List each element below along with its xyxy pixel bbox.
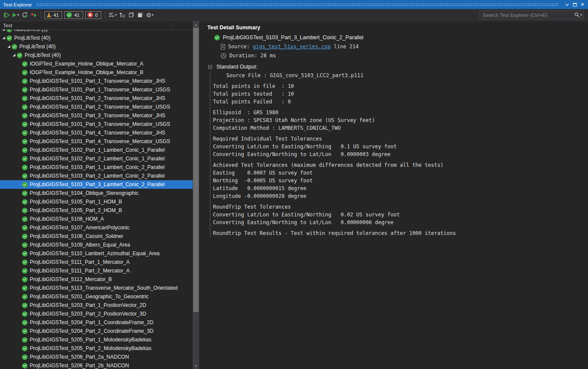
- window-position-button[interactable]: [563, 1, 571, 8]
- passed-icon: [22, 354, 28, 360]
- passed-icon: [22, 87, 28, 93]
- tree-row[interactable]: ProjLibGIGSTest_5203_Part_2_PositionVect…: [0, 310, 193, 318]
- tree-row[interactable]: ProjLibGIGSTest_5111_Part_1_Mercator_A: [0, 258, 193, 266]
- output-line: Roundtrip Test Results - Test within req…: [210, 229, 584, 237]
- collapse-all-button[interactable]: [127, 10, 136, 20]
- passed-icon: [22, 182, 28, 188]
- tree-row[interactable]: ProjLibGIGSTest_5206_Part_2a_NADCON: [0, 353, 193, 361]
- search-input[interactable]: [483, 13, 574, 18]
- tree-row[interactable]: ProjLibGIGSTest_5109_Albers_Equal_Area: [0, 241, 193, 249]
- tree-row[interactable]: ProjLibGIGSTest_5101_Part_1_Transverse_M…: [0, 77, 193, 85]
- tree-row[interactable]: ProjLibGIGSTest_5101_Part_2_Transverse_M…: [0, 103, 193, 111]
- run-all-button[interactable]: [2, 10, 11, 20]
- gear-icon: ⚙: [146, 12, 152, 18]
- tree-row[interactable]: ProjLibGIGSTest_5101_Part_3_Transverse_M…: [0, 120, 193, 128]
- column-splitter[interactable]: [172, 22, 173, 28]
- tree-row[interactable]: ProjLibGIGSTest_5205_Part_2_MolodenskyBa…: [0, 344, 193, 353]
- chevron-down-icon[interactable]: ▾: [580, 13, 582, 17]
- tree-item-label: ProjLibGIGSTest_5108_Cassini_Soldner: [30, 233, 123, 239]
- collapse-arrow-icon[interactable]: ◢: [1, 36, 6, 40]
- passed-icon: [22, 268, 28, 274]
- tree-row[interactable]: ProjLibGIGSTest_5102_Part_1_Lambert_Coni…: [0, 146, 193, 154]
- output-line: [210, 79, 584, 82]
- tree-item-label: ProjLibGIGSTest_5206_Part_2b_NADCON: [30, 363, 129, 369]
- collapse-arrow-icon[interactable]: ◢: [1, 30, 6, 31]
- tree-row[interactable]: ProjLibGIGSTest_5206_Part_2b_NADCON: [0, 361, 193, 369]
- output-line: Total points in file : 10: [210, 82, 584, 90]
- settings-button[interactable]: ⚙ ▾: [145, 10, 155, 20]
- close-button[interactable]: ✕: [579, 1, 586, 8]
- passed-icon: [12, 44, 17, 50]
- tree-item-label: ProjLibGIGSTest_5204_Part_1_CoordinateFr…: [30, 319, 153, 325]
- tree-row[interactable]: ProjLibGIGSTest_5113_Transverse_Mercator…: [0, 284, 193, 292]
- tree-row[interactable]: ProjLibGIGSTest_5103_Part_3_Lambert_Coni…: [0, 180, 193, 189]
- passed-tests-badge[interactable]: 41: [64, 11, 83, 19]
- tree-item-label: IOGPTest_Example_Hotine_Oblique_Mercator…: [30, 61, 143, 67]
- tree-row[interactable]: IOGPTest_Example_Hotine_Oblique_Mercator…: [0, 68, 193, 77]
- details-pane-button[interactable]: [136, 10, 145, 20]
- collapse-arrow-icon[interactable]: ◢: [6, 45, 12, 48]
- failed-tests-badge[interactable]: 0: [85, 11, 101, 19]
- detail-test-name: ProjLibGIGSTest_5103_Part_3_Lambert_Coni…: [223, 34, 363, 41]
- tree-row[interactable]: ProjLibGIGSTest_5108_Cassini_Soldner: [0, 232, 193, 241]
- output-line: Converting Lat/Lon to Easting/Northing 0…: [210, 211, 584, 219]
- titlebar-grip[interactable]: [36, 3, 559, 7]
- scrollbar-thumb[interactable]: [193, 28, 199, 312]
- collapse-arrow-icon[interactable]: ◢: [11, 53, 17, 57]
- tree-item-label: ProjLibGIGSTest_5204_Part_2_CoordinateFr…: [30, 328, 153, 334]
- tree-row[interactable]: ProjLibGIGSTest_5105_Part_2_HOM_B: [0, 206, 193, 215]
- scroll-up-icon[interactable]: ▲: [193, 22, 199, 28]
- tree-row[interactable]: ProjLibGIGSTest_5101_Part_1_Transverse_M…: [0, 85, 193, 94]
- tree-row[interactable]: ◢ProjLibTest (40): [0, 51, 193, 59]
- tree-row[interactable]: ProjLibGIGSTest_5111_Part_2_Mercator_A: [0, 266, 193, 275]
- playlist-button[interactable]: ▾: [108, 10, 118, 20]
- tree-item-label: ProjLibGIGSTest_5101_Part_4_Transverse_M…: [30, 130, 165, 136]
- repeat-last-run-button[interactable]: [20, 10, 29, 20]
- tree-row[interactable]: ProjLibGIGSTest_5205_Part_1_MolodenskyBa…: [0, 335, 193, 344]
- group-by-button[interactable]: [118, 10, 127, 20]
- run-failed-button[interactable]: [29, 10, 38, 20]
- vertical-scrollbar[interactable]: ▲ ▼: [193, 21, 199, 369]
- scroll-down-icon[interactable]: ▼: [193, 363, 199, 369]
- chevron-down-icon: ▾: [115, 13, 117, 17]
- tree-row[interactable]: ProjLibGIGSTest_5104_Oblique_Stereograph…: [0, 189, 193, 197]
- passed-icon: [22, 242, 28, 248]
- tree-row[interactable]: ◢NavLibTest (1): [0, 30, 193, 34]
- passed-icon: [22, 96, 28, 101]
- search-icon[interactable]: [574, 12, 580, 18]
- tree-row[interactable]: ◢ProjLibTest (40): [0, 42, 193, 51]
- passed-icon: [22, 173, 28, 179]
- run-button[interactable]: ▾: [11, 10, 20, 20]
- tree-row[interactable]: ProjLibGIGSTest_5106_HOM_A: [0, 215, 193, 223]
- tree-row[interactable]: ◢ProjLibTest (40): [0, 34, 193, 42]
- source-file-link[interactable]: gigs_test_51xx_series.cpp: [253, 44, 331, 50]
- tree-row[interactable]: ProjLibGIGSTest_5101_Part_4_Transverse_M…: [0, 128, 193, 137]
- tree-row[interactable]: ProjLibGIGSTest_5101_Part_2_Transverse_M…: [0, 94, 193, 103]
- collapse-section-icon[interactable]: [208, 65, 212, 69]
- tree-row[interactable]: ProjLibGIGSTest_5112_Mercator_B: [0, 275, 193, 284]
- tree-row[interactable]: ProjLibGIGSTest_5103_Part_2_Lambert_Coni…: [0, 172, 193, 180]
- tree-row[interactable]: ProjLibGIGSTest_5204_Part_1_CoordinateFr…: [0, 318, 193, 327]
- tree-column-header[interactable]: Test: [0, 21, 193, 30]
- output-source-file-line: Source File : GIGS_conv_5103_LCC2_part3.…: [210, 72, 584, 79]
- tree-row[interactable]: ProjLibGIGSTest_5110_Lambert_Azimuthal_E…: [0, 249, 193, 258]
- total-tests-badge[interactable]: 41: [44, 11, 62, 19]
- chevron-down-icon: [565, 3, 569, 6]
- tree-row[interactable]: ProjLibGIGSTest_5101_Part_3_Transverse_M…: [0, 111, 193, 120]
- tree-row[interactable]: ProjLibGIGSTest_5204_Part_2_CoordinateFr…: [0, 327, 193, 335]
- tree-row[interactable]: ProjLibGIGSTest_5101_Part_4_Transverse_M…: [0, 137, 193, 146]
- output-lines: Total points in file : 10Total points te…: [210, 79, 584, 237]
- tree-row[interactable]: ProjLibGIGSTest_5105_Part_1_HOM_B: [0, 197, 193, 206]
- tree-item-label: ProjLibGIGSTest_5112_Mercator_B: [30, 276, 112, 282]
- maximize-button[interactable]: [571, 1, 579, 8]
- passed-icon: [22, 191, 28, 196]
- tree-row[interactable]: ProjLibGIGSTest_5103_Part_1_Lambert_Coni…: [0, 163, 193, 172]
- tree-row[interactable]: ProjLibGIGSTest_5107_AmericanPolyconic: [0, 223, 193, 232]
- test-explorer-window: Test Explorer ✕ ▾ 41 41: [0, 0, 588, 369]
- toolbar-separator: [41, 12, 41, 19]
- tree-item-label: ProjLibGIGSTest_5101_Part_3_Transverse_M…: [30, 113, 165, 119]
- tree-row[interactable]: ProjLibGIGSTest_5102_Part_2_Lambert_Coni…: [0, 154, 193, 163]
- tree-row[interactable]: ProjLibGIGSTest_5201_Geographic_To_Geoce…: [0, 292, 193, 301]
- tree-row[interactable]: ProjLibGIGSTest_5203_Part_1_PositionVect…: [0, 301, 193, 310]
- tree-row[interactable]: IOGPTest_Example_Hotine_Oblique_Mercator…: [0, 59, 193, 68]
